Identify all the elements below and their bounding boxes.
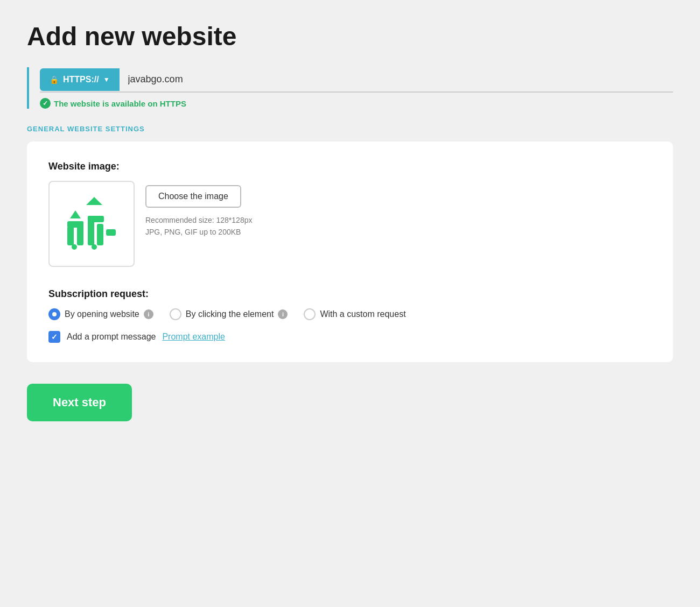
protocol-dropdown-btn[interactable]: 🔒 HTTPS:// ▼: [40, 68, 120, 91]
radio-option-custom[interactable]: With a custom request: [304, 308, 405, 320]
image-hint-format: JPG, PNG, GIF up to 200KB: [145, 226, 252, 238]
chevron-down-icon: ▼: [103, 76, 110, 83]
svg-rect-0: [67, 227, 74, 245]
radio-by-clicking-label: By clicking the element: [186, 309, 274, 319]
https-status: ✓ The website is available on HTTPS: [40, 98, 673, 109]
svg-point-9: [72, 244, 77, 250]
image-hint-size: Recommended size: 128*128px: [145, 214, 252, 226]
prompt-checkbox-row: ✓ Add a prompt message Prompt example: [48, 331, 652, 343]
url-section: 🔒 HTTPS:// ▼ ✓ The website is available …: [27, 67, 673, 109]
prompt-example-link[interactable]: Prompt example: [162, 332, 225, 342]
svg-rect-6: [106, 229, 116, 236]
checkmark-icon: ✓: [51, 333, 58, 341]
subscription-label: Subscription request:: [48, 288, 652, 300]
radio-by-opening-circle[interactable]: [48, 308, 60, 320]
url-input-row: 🔒 HTTPS:// ▼: [40, 67, 673, 93]
settings-card: Website image:: [27, 142, 673, 362]
svg-marker-7: [86, 197, 102, 205]
radio-by-opening-label: By opening website: [65, 309, 139, 319]
svg-point-10: [92, 244, 97, 250]
radio-custom-circle[interactable]: [304, 308, 316, 320]
https-status-text: The website is available on HTTPS: [54, 99, 186, 108]
info-icon-by-clicking[interactable]: i: [278, 309, 288, 319]
image-upload-controls: Choose the image Recommended size: 128*1…: [145, 181, 252, 238]
prompt-checkbox[interactable]: ✓: [48, 331, 60, 343]
lock-icon: 🔒: [50, 75, 59, 84]
check-circle-icon: ✓: [40, 98, 51, 109]
url-input[interactable]: [120, 67, 673, 91]
svg-rect-5: [88, 216, 104, 222]
radio-by-clicking-circle[interactable]: [170, 308, 181, 320]
general-settings-label: GENERAL WEBSITE SETTINGS: [27, 125, 673, 133]
prompt-checkbox-label: Add a prompt message: [67, 332, 156, 342]
choose-image-button[interactable]: Choose the image: [145, 185, 241, 208]
image-preview-box: [48, 181, 135, 267]
radio-option-by-clicking[interactable]: By clicking the element i: [170, 308, 288, 320]
svg-rect-4: [97, 224, 103, 245]
website-logo-preview: [57, 189, 127, 259]
next-step-button[interactable]: Next step: [27, 384, 132, 421]
svg-rect-2: [67, 221, 83, 228]
radio-custom-label: With a custom request: [320, 309, 405, 319]
image-hint: Recommended size: 128*128px JPG, PNG, GI…: [145, 214, 252, 238]
image-field-label: Website image:: [48, 161, 652, 172]
image-upload-row: Choose the image Recommended size: 128*1…: [48, 181, 652, 267]
radio-option-by-opening[interactable]: By opening website i: [48, 308, 153, 320]
subscription-radio-group: By opening website i By clicking the ele…: [48, 308, 652, 320]
info-icon-by-opening[interactable]: i: [144, 309, 153, 319]
page-title: Add new website: [27, 22, 673, 51]
protocol-label: HTTPS://: [63, 75, 99, 84]
svg-marker-8: [70, 210, 81, 218]
